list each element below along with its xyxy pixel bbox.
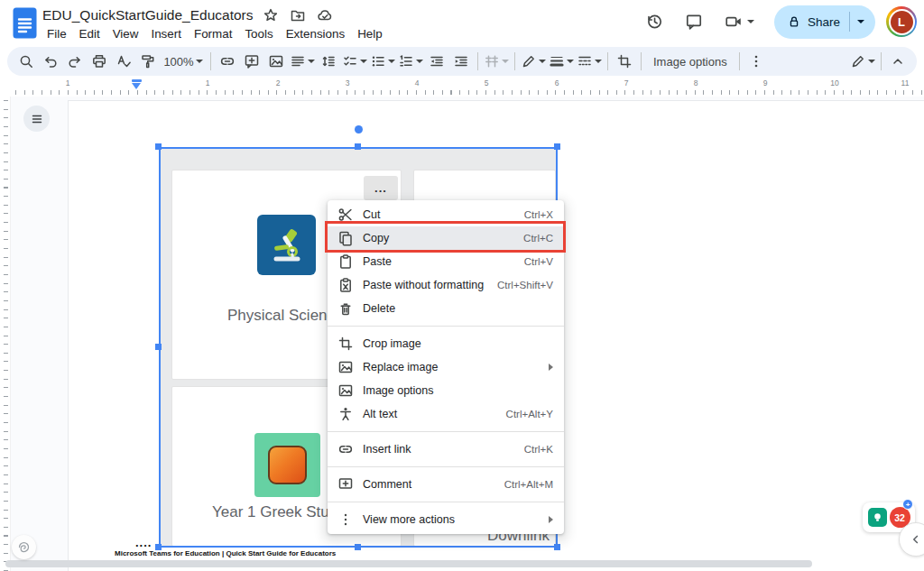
search-menus-icon[interactable] [14,50,38,73]
menu-item-shortcut: Ctrl+X [524,209,553,220]
zoom-select[interactable]: 100% [161,50,206,73]
bulleted-list-caret-icon [388,60,395,63]
toolbar: 100% Image options [7,47,917,76]
share-button[interactable]: Share [774,5,875,39]
open-comments-icon[interactable] [677,5,711,39]
menu-item-cut[interactable]: Cut Ctrl+X [328,203,564,226]
decrease-indent-icon[interactable] [425,50,448,73]
toolbar-divider [477,52,478,70]
insert-image-icon[interactable] [264,50,288,73]
document-title[interactable]: EDU_QuickStartGuide_Educators [42,7,253,23]
menu-tools[interactable]: Tools [238,25,279,42]
avatar-initial: L [889,9,915,35]
image-icon [337,359,354,375]
version-history-icon[interactable] [637,5,671,39]
ruler-label: 11 [901,78,910,87]
menu-insert[interactable]: Insert [144,25,188,42]
menu-item-copy[interactable]: Copy Ctrl+C [328,226,564,250]
rotate-handle[interactable] [355,125,363,134]
toolbar-divider [881,52,882,70]
share-label: Share [808,15,840,29]
menu-item-image-options[interactable]: Image options [328,379,564,402]
menu-edit[interactable]: Edit [73,25,106,42]
resize-handle-sw[interactable] [155,544,162,550]
align-icon[interactable] [289,50,316,73]
toolbar-divider [641,52,642,70]
resize-handle-n[interactable] [355,143,361,150]
copy-icon [337,230,354,246]
account-avatar[interactable]: L [886,6,917,37]
bulleted-list-icon[interactable] [369,50,396,73]
menu-item-paste[interactable]: Paste Ctrl+V [328,250,564,273]
undo-icon[interactable] [39,50,62,73]
microscope-icon [267,226,307,265]
menu-item-view-more-actions[interactable]: View more actions [328,508,564,531]
move-to-folder-icon[interactable] [289,6,307,24]
first-line-indent-marker[interactable] [132,79,142,82]
join-meet-button[interactable] [716,5,763,39]
crop-image-icon[interactable] [613,50,636,73]
paint-format-icon[interactable] [136,50,160,73]
spell-check-icon[interactable] [112,50,135,73]
menu-item-insert-link[interactable]: Insert link Ctrl+K [328,437,564,461]
menu-item-label: View more actions [363,513,455,526]
show-outline-button[interactable] [23,106,50,132]
add-comment-icon[interactable] [240,50,263,73]
resize-handle-s[interactable] [355,544,361,550]
zoom-value: 100% [163,55,193,69]
resize-handle-ne[interactable] [554,143,560,150]
more-toolbar-options-icon[interactable] [744,50,768,73]
menu-item-label: Paste without formatting [363,279,484,291]
insert-link-icon[interactable] [216,50,239,73]
border-dash-icon[interactable] [576,50,603,73]
share-caret-icon[interactable] [857,20,864,23]
star-icon[interactable] [262,6,280,24]
left-indent-marker[interactable] [132,83,141,89]
toolbar-divider [739,52,740,70]
toolbar-divider [607,52,608,70]
menu-file[interactable]: File [41,25,73,42]
line-spacing-icon[interactable] [317,50,340,73]
lightbulb-badge-icon[interactable] [868,508,887,527]
border-weight-icon[interactable] [548,50,575,73]
menu-format[interactable]: Format [188,25,238,42]
explore-swirl-button[interactable] [12,535,36,559]
menu-item-alt-text[interactable]: Alt text Ctrl+Alt+Y [328,402,564,426]
resize-handle-nw[interactable] [155,143,162,150]
resize-handle-w[interactable] [155,344,162,350]
google-docs-app: EDU_QuickStartGuide_Educators File Edit … [0,0,924,571]
document-status-cloud-icon[interactable] [316,6,334,24]
resize-handle-se[interactable] [554,544,560,550]
numbered-list-icon[interactable] [397,50,424,73]
editing-mode-icon[interactable] [849,50,876,73]
editing-mode-caret-icon [868,60,875,63]
image-icon [337,382,354,399]
hide-menus-icon[interactable] [886,50,910,73]
horizontal-scrollbar[interactable] [5,560,812,567]
increase-indent-icon[interactable] [449,50,473,73]
horizontal-ruler[interactable]: 1 1 2 3 4 5 6 7 8 9 10 11 [0,78,924,97]
submenu-arrow-icon [549,364,553,371]
menu-item-paste-without-formatting[interactable]: Paste without formatting Ctrl+Shift+V [328,273,564,297]
menu-item-crop-image[interactable]: Crop image [328,332,564,355]
menu-item-comment[interactable]: Comment Ctrl+Alt+M [328,473,564,496]
menu-item-label: Crop image [363,337,421,350]
checklist-icon[interactable] [341,50,368,73]
menu-item-replace-image[interactable]: Replace image [328,355,564,379]
vertical-ruler[interactable] [0,97,11,571]
menu-item-label: Image options [363,384,434,397]
checklist-caret-icon [360,60,367,63]
menu-help[interactable]: Help [351,25,389,42]
ruler-ticks [4,100,8,571]
menu-item-delete[interactable]: Delete [328,297,564,320]
menu-view[interactable]: View [106,25,145,42]
menu-item-label: Copy [363,232,389,244]
redo-icon[interactable] [63,50,87,73]
menu-item-shortcut: Ctrl+C [523,233,553,244]
image-options-button[interactable]: Image options [646,50,735,73]
print-icon[interactable] [88,50,111,73]
ruler-label: 8 [694,78,698,87]
menu-extensions[interactable]: Extensions [280,25,352,42]
docs-logo-icon[interactable] [13,7,37,39]
border-color-icon[interactable] [520,50,547,73]
